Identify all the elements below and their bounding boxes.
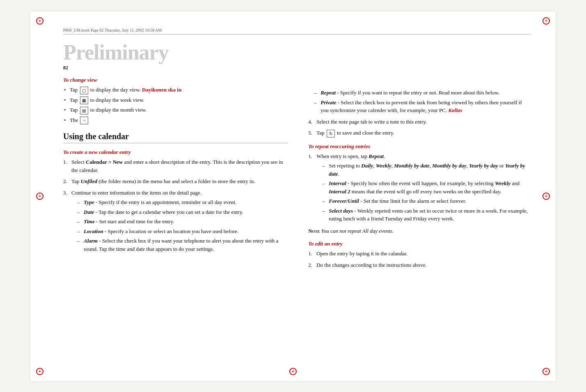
step5: Tap ↻ to save and close the entry. <box>308 129 531 138</box>
detail-item-date: Date - Tap the date to get a calendar wh… <box>71 208 288 216</box>
month-view-icon: ▤ <box>80 107 88 115</box>
edit-entry-list: Open the entry by taping it in the calan… <box>308 250 531 269</box>
repeat-sub-list: Set repeting to Daily, Weekly, Monthly b… <box>316 162 531 223</box>
unfiled-bold: Unfiled <box>81 178 97 184</box>
create-entry-step1: Select Calendar > New and enter a short … <box>63 158 288 174</box>
continued-numbered-list: Select the note page tab to write a note… <box>308 118 531 138</box>
detail-item-time: Time - Set start and end time for the en… <box>71 218 288 226</box>
detail-item-private: Private - Select the check box to preven… <box>308 99 531 115</box>
detail-item-repeat: Repeat - Specify if you want to repeat t… <box>308 89 531 97</box>
calendar-new-bold: Calendar > New <box>86 159 123 165</box>
header-text: P800_UM.book Page 82 Thursday, July 11, … <box>63 28 162 32</box>
list-item-the: The ▫ <box>63 116 288 125</box>
note-text: You can not repeat All day events. <box>321 228 394 234</box>
reg-mark-br <box>543 368 550 375</box>
create-entry-step2: Tap Unfiled (the folder menu) in the men… <box>63 177 288 186</box>
step4: Select the note page tab to write a note… <box>308 118 531 126</box>
detail-item-location: Location - Specify a location or select … <box>71 227 288 236</box>
repeat-select-days: Select days - Weekly repeted vents can b… <box>316 207 531 223</box>
detail-items-list: Type - Specify if the entry is an appoin… <box>71 198 288 253</box>
repeat-entries-list: When entry is open, tap Repeat. Set repe… <box>308 152 531 223</box>
list-item-week: Tap ▩ to display the week view. <box>63 96 288 105</box>
reg-mark-rc <box>543 193 550 200</box>
page-header: P800_UM.book Page 82 Thursday, July 11, … <box>63 28 531 34</box>
kollas-highlight: Kollas <box>448 107 462 113</box>
reg-mark-bc <box>289 368 297 375</box>
list-item-day: Tap ▢ to display the day view. Dayikonen… <box>63 86 288 94</box>
reg-mark-tl <box>36 17 43 25</box>
section-using-calendar-heading: Using the calendar <box>63 132 288 143</box>
reg-mark-lc <box>36 193 43 200</box>
repeat-interval: Interval - Specify how often the event w… <box>316 179 531 195</box>
week-view-icon: ▩ <box>80 96 88 104</box>
edit-step2: Do the changes according to the instruct… <box>308 261 531 269</box>
content-columns: 82 To change view Tap ▢ to display the d… <box>63 65 531 272</box>
left-column: 82 To change view Tap ▢ to display the d… <box>63 65 288 272</box>
reg-mark-bl <box>36 368 43 375</box>
section-create-entry-heading: To create a new calendar entry <box>63 149 288 156</box>
page-number: 82 <box>63 65 288 71</box>
continued-sub-list: Repeat - Specify if you want to repeat t… <box>308 89 531 115</box>
detail-item-type: Type - Specify if the entry is an appoin… <box>71 198 288 206</box>
list-item-month: Tap ▤ to display the month view. <box>63 106 288 115</box>
day-view-icon: ▢ <box>80 87 88 94</box>
edit-step1: Open the entry by taping it in the calan… <box>308 250 531 258</box>
detail-item-alarm: Alarm - Select the check box if you want… <box>71 237 288 253</box>
reg-mark-tr <box>543 17 550 25</box>
note-line: Note You can not repeat All day events. <box>308 227 531 235</box>
page: P800_UM.book Page 82 Thursday, July 11, … <box>30 11 556 381</box>
repeat-set-repeting: Set repeting to Daily, Weekly, Monthly b… <box>316 162 531 178</box>
repeat-tap-bold: Repeat <box>369 153 384 159</box>
create-entry-step3: Continue to enter information to the ite… <box>63 189 288 253</box>
section-edit-heading: To edit an entry <box>308 241 531 247</box>
highlight-dayikonen: Dayikonen ska in <box>142 87 181 93</box>
repeat-step1: When entry is open, tap Repeat. Set repe… <box>308 152 531 223</box>
create-entry-list: Select Calendar > New and enter a short … <box>63 158 288 253</box>
note-label: Note <box>308 228 320 234</box>
bookmark-icon: ▫ <box>80 117 88 124</box>
save-entry-icon: ↻ <box>327 130 335 138</box>
change-view-list: Tap ▢ to display the day view. Dayikonen… <box>63 86 288 124</box>
doc-title: Preliminary <box>63 42 531 63</box>
section-change-view-heading: To change view <box>63 77 288 83</box>
repeat-forever-until: Forever/Until - Set the time limit for t… <box>316 197 531 205</box>
section-repeat-heading: To repeat reoccuring entries <box>308 143 531 150</box>
right-column: Repeat - Specify if you want to repeat t… <box>308 65 531 272</box>
